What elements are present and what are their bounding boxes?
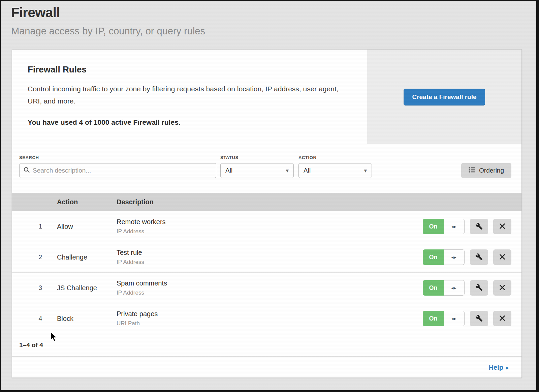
status-filter-group: STATUS All ▾ (220, 155, 294, 178)
toggle-on-label[interactable]: On (423, 219, 444, 234)
delete-rule-button[interactable] (493, 219, 511, 234)
rule-controls: On ◂▸ (423, 249, 521, 265)
toggle-handle-icon[interactable]: ◂▸ (444, 249, 465, 265)
close-icon (499, 223, 506, 231)
description-column-header: Description (117, 198, 521, 206)
action-column-header: Action (57, 198, 117, 206)
rule-description-cell: Test rule IP Address (117, 249, 423, 266)
help-row: Help ▸ (12, 356, 521, 378)
status-label: STATUS (220, 155, 294, 160)
rule-enabled-toggle[interactable]: On ◂▸ (423, 249, 465, 265)
action-filter-group: ACTION All ▾ (298, 155, 372, 178)
rule-title: Spam comments (117, 279, 423, 287)
create-firewall-rule-button[interactable]: Create a Firewall rule (404, 89, 485, 105)
rule-index: 3 (12, 284, 57, 292)
ordering-button[interactable]: Ordering (461, 163, 511, 178)
intro-text-block: Firewall Rules Control incoming traffic … (12, 50, 367, 144)
search-icon (24, 167, 30, 174)
ordering-button-label: Ordering (479, 167, 504, 174)
rule-description-cell: Remote workers IP Address (117, 218, 423, 235)
rule-title: Private pages (117, 310, 423, 318)
rule-enabled-toggle[interactable]: On ◂▸ (423, 311, 465, 326)
rule-controls: On ◂▸ (423, 280, 521, 296)
search-label: SEARCH (19, 155, 216, 160)
delete-rule-button[interactable] (493, 249, 511, 265)
page-title: Firewall (11, 5, 536, 20)
status-selected-value: All (225, 167, 232, 174)
rule-action: Block (57, 315, 117, 323)
pagination-row: 1–4 of 4 (12, 334, 521, 356)
rule-enabled-toggle[interactable]: On ◂▸ (423, 280, 465, 296)
rule-action: JS Challenge (57, 284, 117, 292)
cta-panel: Create a Firewall rule (367, 50, 521, 144)
rule-action: Challenge (57, 253, 117, 261)
action-select[interactable]: All ▾ (298, 163, 372, 178)
rule-enabled-toggle[interactable]: On ◂▸ (423, 219, 465, 234)
table-header: Action Description (12, 193, 521, 211)
rule-description-cell: Private pages URI Path (117, 310, 423, 327)
rule-index: 2 (12, 253, 57, 261)
edit-rule-button[interactable] (470, 249, 488, 265)
page-background: Firewall Manage access by IP, country, o… (1, 1, 536, 390)
ordered-list-icon (469, 167, 475, 175)
edit-rule-button[interactable] (470, 280, 488, 296)
rule-controls: On ◂▸ (423, 219, 521, 234)
chevron-down-icon: ▾ (364, 168, 367, 174)
status-select[interactable]: All ▾ (220, 163, 294, 178)
wrench-icon (475, 314, 483, 323)
rule-field-type: IP Address (117, 228, 423, 235)
table-row: 3 JS Challenge Spam comments IP Address … (12, 273, 521, 303)
rule-field-type: IP Address (117, 290, 423, 296)
delete-rule-button[interactable] (493, 280, 511, 296)
rule-index: 4 (12, 315, 57, 322)
table-row: 2 Challenge Test rule IP Address On ◂▸ (12, 242, 521, 273)
close-icon (499, 284, 506, 292)
arrow-right-icon: ▸ (506, 364, 509, 371)
close-icon (499, 315, 506, 323)
delete-rule-button[interactable] (493, 311, 511, 326)
card-heading: Firewall Rules (28, 64, 347, 75)
card-description: Control incoming traffic to your zone by… (28, 83, 347, 107)
help-link[interactable]: Help ▸ (489, 364, 509, 371)
help-link-label: Help (489, 364, 503, 371)
toggle-handle-icon[interactable]: ◂▸ (444, 280, 465, 296)
rule-field-type: IP Address (117, 259, 423, 266)
search-filter-group: SEARCH (19, 155, 216, 178)
rule-field-type: URI Path (117, 320, 423, 327)
pagination-status: 1–4 of 4 (19, 341, 43, 349)
toggle-handle-icon[interactable]: ◂▸ (444, 219, 465, 234)
wrench-icon (475, 222, 483, 231)
table-row: 4 Block Private pages URI Path On ◂▸ (12, 303, 521, 334)
search-input[interactable] (33, 167, 212, 174)
rule-title: Test rule (117, 249, 423, 257)
toggle-on-label[interactable]: On (423, 280, 444, 296)
search-box[interactable] (19, 163, 216, 178)
card-intro-section: Firewall Rules Control incoming traffic … (12, 50, 521, 144)
toggle-on-label[interactable]: On (423, 311, 444, 326)
rule-index: 1 (12, 223, 57, 230)
toggle-on-label[interactable]: On (423, 249, 444, 265)
rule-title: Remote workers (117, 218, 423, 226)
rules-usage-text: You have used 4 of 1000 active Firewall … (28, 118, 347, 126)
action-selected-value: All (304, 167, 311, 174)
toggle-handle-icon[interactable]: ◂▸ (444, 311, 465, 326)
page-subtitle: Manage access by IP, country, or query r… (11, 26, 536, 37)
action-label: ACTION (298, 155, 372, 160)
rule-action: Allow (57, 223, 117, 231)
close-icon (499, 253, 506, 261)
rule-description-cell: Spam comments IP Address (117, 279, 423, 296)
wrench-icon (475, 284, 483, 292)
filters-bar: SEARCH STATUS All ▾ ACTION All (12, 144, 521, 178)
edit-rule-button[interactable] (470, 311, 488, 326)
chevron-down-icon: ▾ (286, 168, 289, 174)
table-row: 1 Allow Remote workers IP Address On ◂▸ (12, 211, 521, 242)
rule-controls: On ◂▸ (423, 311, 521, 326)
page-header: Firewall Manage access by IP, country, o… (1, 1, 536, 37)
wrench-icon (475, 253, 483, 262)
edit-rule-button[interactable] (470, 219, 488, 234)
firewall-rules-card: Firewall Rules Control incoming traffic … (12, 49, 522, 378)
